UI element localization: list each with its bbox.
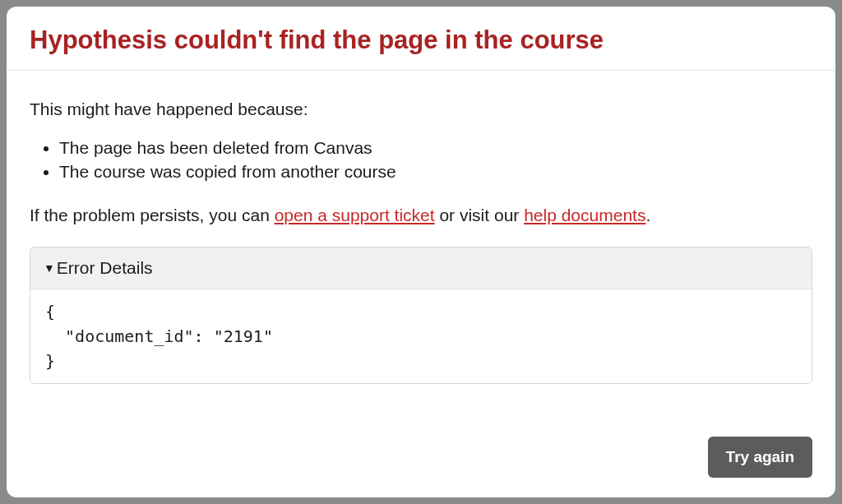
error-details-section: ▼ Error Details { "document_id": "2191" … [30, 247, 812, 384]
triangle-down-icon: ▼ [44, 262, 55, 274]
persist-suffix: . [645, 206, 650, 224]
dialog-title: Hypothesis couldn't find the page in the… [30, 25, 812, 55]
dialog-footer: Try again [7, 432, 835, 497]
help-documents-link[interactable]: help documents [524, 206, 645, 224]
error-details-label: Error Details [57, 256, 153, 280]
error-dialog: Hypothesis couldn't find the page in the… [7, 7, 835, 497]
persist-prefix: If the problem persists, you can [30, 206, 275, 224]
dialog-header: Hypothesis couldn't find the page in the… [7, 7, 835, 71]
reasons-list: The page has been deleted from Canvas Th… [30, 136, 812, 184]
try-again-button[interactable]: Try again [708, 437, 812, 478]
list-item: The course was copied from another cours… [59, 160, 812, 183]
intro-text: This might have happened because: [30, 97, 812, 122]
support-ticket-link[interactable]: open a support ticket [275, 206, 435, 224]
error-details-toggle[interactable]: ▼ Error Details [30, 247, 812, 289]
dialog-body: This might have happened because: The pa… [7, 71, 835, 432]
list-item: The page has been deleted from Canvas [59, 136, 812, 160]
persist-middle: or visit our [435, 206, 525, 224]
error-details-code: { "document_id": "2191" } [30, 289, 812, 383]
persist-text: If the problem persists, you can open a … [30, 203, 812, 228]
